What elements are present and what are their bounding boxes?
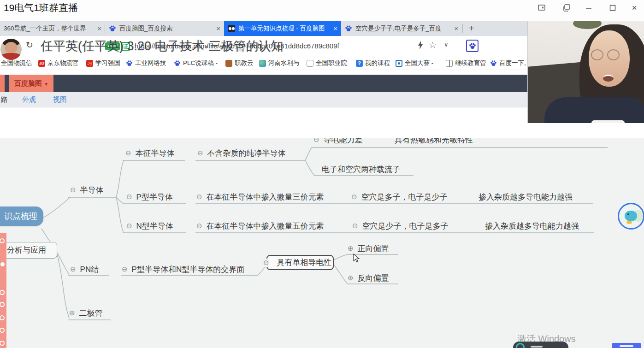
bookmark-xuexi[interactable]: 习学习强国 [86,59,120,68]
timer-widget[interactable] [513,342,568,348]
window-titlebar: 19电气1班群直播 × [0,0,644,21]
collapse-icon[interactable]: ⊖ [70,186,76,194]
expand-icon[interactable]: ⊕ [348,274,354,282]
maximize-button[interactable] [607,3,619,13]
glasses-left-lens [591,49,603,60]
desktop-pet-mascot[interactable] [618,203,644,230]
bookmark-national-contest[interactable]: 全国大赛 - [396,59,433,68]
collapse-icon[interactable]: ⊖ [196,193,202,201]
tool-circle-icon[interactable] [0,341,5,346]
collapse-icon[interactable]: ⊖ [263,259,269,267]
bookmark-plc[interactable]: PLC说课稿 - [174,59,218,68]
baidu-paw-icon [174,60,181,67]
expand-icon[interactable]: ⊕ [69,309,75,317]
node-unidirectional-selected[interactable]: ⊖ 具有单相导电性 [266,255,334,270]
collapse-icon[interactable]: ⊖ [352,222,358,230]
tab-close-icon[interactable]: × [216,24,220,32]
menu-tab-appearance[interactable]: 外观 [22,95,36,104]
node-reverse-bias[interactable]: ⊕反向偏置 [348,273,389,283]
node-pure[interactable]: ⊖不含杂质的纯净半导体 [197,148,286,158]
bookmark-logistics[interactable]: 全国物流信 [1,59,32,68]
tab-naotu-active[interactable]: 第一单元知识点梳理 - 百度脑图 × [224,21,341,36]
tab-close-icon[interactable]: × [454,24,458,32]
baidu-paw-icon [109,25,116,32]
collapse-icon[interactable]: ⊖ [351,193,357,201]
tab-close-icon[interactable]: × [97,24,101,32]
node-intrinsic[interactable]: ⊖本征半导体 [125,148,175,158]
tool-circle-icon[interactable] [0,315,5,320]
baidu-paw-icon [345,25,352,32]
node-n-doping[interactable]: ⊖在本征半导体中掺入微量五价元素 [196,221,324,231]
globe-icon [446,60,453,67]
node-interface[interactable]: ⊖P型半导体和N型半导体的交界面 [122,264,244,274]
plant [573,21,602,29]
tab-close-icon[interactable]: × [333,24,337,32]
node-thermo-photo[interactable]: 具有热敏感和光敏特性 [395,138,473,145]
blue-action-button[interactable] [612,343,641,348]
collapse-icon[interactable]: ⊖ [196,222,202,230]
bookmark-zhijiaoyun[interactable]: 职教云 [225,59,254,68]
medal-icon [396,60,402,67]
baidu-extension-icon[interactable] [466,40,479,52]
tab-360-nav[interactable]: 360导航_一个主页，整个世界 × [0,21,105,36]
lightning-icon[interactable] [417,41,424,52]
bookmark-baidu[interactable]: 百度一下, [490,59,526,68]
screen: 19电气1班群直播 × 360导航_一个主页，整个世界 × 百度脑图_百度搜索 … [0,0,644,348]
tool-circle-icon[interactable] [0,290,5,295]
node-analysis[interactable]: 分析与应用 [0,242,57,259]
expand-icon[interactable]: ⊕ [348,244,354,253]
node-carriers[interactable]: 电子和空穴两种载流子 [322,164,400,174]
tool-dot-icon[interactable] [0,262,5,266]
tab-preview-icon[interactable] [561,3,573,13]
baidu-paw-icon [126,60,133,67]
minimize-button[interactable] [583,3,595,13]
close-window-button[interactable]: × [628,3,640,13]
chevron-down-icon[interactable]: ∨ [444,41,449,48]
tool-circle-icon[interactable] [0,302,5,307]
node-p-strength[interactable]: 掺入杂质越多导电能力越强 [479,192,573,202]
baidu-paw-icon [490,60,497,67]
menu-tab-view[interactable]: 视图 [53,95,67,104]
node-forward-bias[interactable]: ⊕正向偏置 [348,243,389,254]
pin-window-icon[interactable] [536,3,548,13]
refresh-icon[interactable]: ↻ [26,40,33,50]
glasses-right-lens [607,49,620,60]
collapse-icon[interactable]: ⊖ [197,149,203,157]
collapse-icon[interactable]: ⊖ [126,222,132,230]
collapse-icon[interactable]: ⊖ [313,138,319,144]
node-diode[interactable]: ⊕二极管 [69,308,103,318]
bookmark-my-courses[interactable]: ?我的课程 [356,59,390,68]
node-n-type[interactable]: ⊖N型半导体 [126,221,173,231]
collapse-icon[interactable]: ⊖ [70,265,76,273]
node-pn-junction[interactable]: ⊖PN结 [70,264,99,274]
collapse-icon[interactable]: ⊖ [122,265,128,273]
node-conductivity[interactable]: ⊖导电能力差 [313,138,363,145]
node-root[interactable]: 识点梳理 [0,206,43,226]
annotation-sidebar[interactable] [0,233,6,348]
globe-green-icon [259,60,266,67]
tab-baidu-search[interactable]: 百度脑图_百度搜索 × [105,21,224,36]
bookmark-industry[interactable]: 工业网络技 [126,59,166,68]
naotu-logo-button[interactable]: 百度脑图 ▼ [9,75,53,92]
mindmap-canvas[interactable]: ⊖导电能力差 具有热敏感和光敏特性 ⊖本征半导体 ⊖不含杂质的纯净半导体 电子和… [0,138,644,348]
node-p-type[interactable]: ⊖P型半导体 [126,192,173,202]
bookmark-continuing-edu[interactable]: 继续教育管 [446,59,486,68]
tab-separator [462,24,463,33]
tab-baidu-holes[interactable]: 空穴是少子子,电子是多子_百度 × [341,21,462,36]
child-avatar[interactable] [0,39,22,60]
node-p-majority[interactable]: ⊖空穴是多子，电子是少子 [351,192,448,202]
node-semiconductor[interactable]: ⊖半导体 [70,185,104,195]
node-n-majority[interactable]: ⊖空穴是少子，电子是多子 [352,221,449,231]
bookmark-henan-water[interactable]: 河南水利与 [259,59,300,68]
collapse-icon[interactable]: ⊖ [126,193,132,201]
collapse-icon[interactable]: ⊖ [125,149,131,157]
new-tab-button[interactable]: + [465,22,479,35]
bookmark-jd[interactable]: JD京东物流官 [38,59,79,68]
menu-tab-silu[interactable]: 路 [1,95,8,104]
tool-circle-icon[interactable] [0,238,5,243]
node-n-strength[interactable]: 掺入杂质越多导电能力越强 [485,221,579,231]
bookmark-star-icon[interactable]: ☆ [429,40,437,50]
bookmark-vocational[interactable]: 全国职业院 [307,59,347,68]
tool-circle-icon[interactable] [0,328,5,333]
node-p-doping[interactable]: ⊖在本征半导体中掺入微量三价元素 [196,192,324,202]
